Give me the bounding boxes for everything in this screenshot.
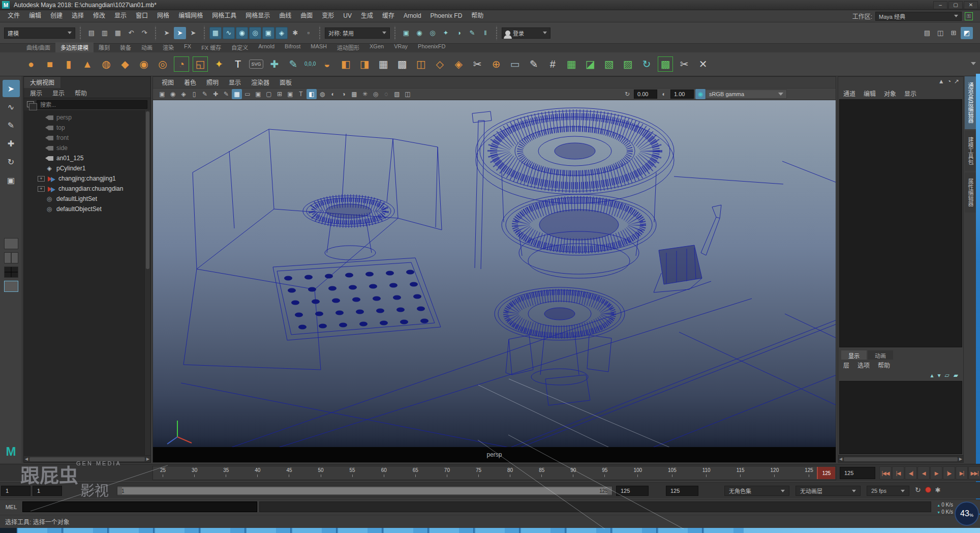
poly-plane-icon[interactable]: ◆: [117, 56, 133, 72]
make-live-icon[interactable]: ◈: [275, 27, 288, 39]
step-back-frame-button[interactable]: |◀: [892, 466, 904, 480]
layout-four-pane-button[interactable]: [4, 266, 18, 278]
2d-pan-zoom-icon[interactable]: ✚: [210, 89, 221, 99]
layer-editor-menu-item[interactable]: 层: [843, 361, 849, 369]
scrollbar-handle[interactable]: [29, 457, 145, 461]
poly-torus-icon[interactable]: ◍: [99, 56, 114, 72]
filter-icon[interactable]: [27, 101, 34, 107]
menu-item[interactable]: 变形: [317, 10, 339, 22]
move-tool-icon[interactable]: ✚: [3, 135, 20, 152]
select-tool-icon[interactable]: ➤: [3, 80, 20, 97]
play-forwards-button[interactable]: ▶: [930, 466, 942, 480]
shelf-tab[interactable]: 运动图形: [332, 42, 364, 52]
view-transform-dropdown[interactable]: sRGB gamma: [706, 90, 787, 99]
hypershade-icon[interactable]: ◑: [453, 27, 465, 39]
shelf-tab[interactable]: Bifrost: [280, 42, 305, 52]
maximize-button[interactable]: ▢: [948, 1, 963, 9]
timeline-tick[interactable]: 45: [286, 467, 292, 479]
outliner-search-input[interactable]: 搜索...: [37, 100, 147, 109]
viewport-menu-item[interactable]: 面板: [275, 78, 296, 86]
menu-item[interactable]: 显示: [110, 10, 131, 22]
remesh-icon[interactable]: ▨: [620, 56, 635, 72]
toolbar-separator[interactable]: [318, 26, 321, 40]
expand-icon[interactable]: +: [38, 176, 45, 182]
channel-box-menu-item[interactable]: 通道: [843, 89, 855, 98]
expand-icon[interactable]: [37, 165, 44, 172]
scale-tool-icon[interactable]: ▣: [3, 171, 20, 189]
move-layer-down-icon[interactable]: ▾: [938, 372, 941, 379]
bookmark-icon[interactable]: ▯: [189, 89, 199, 99]
paint-effects-icon[interactable]: ✎: [466, 27, 478, 39]
extrude-icon[interactable]: ◫: [413, 56, 428, 72]
go-to-end-button[interactable]: ▶▶|: [968, 466, 980, 480]
outliner-item[interactable]: top: [24, 123, 150, 133]
rotate-tool-icon[interactable]: ↻: [3, 153, 20, 170]
range-slider-handle[interactable]: 1 125: [118, 487, 611, 494]
outliner-item[interactable]: pCylinder1: [24, 163, 150, 173]
timeline-tick[interactable]: 125: [805, 467, 813, 479]
timeline-tick[interactable]: 40: [255, 467, 260, 479]
outliner-menu-item[interactable]: 帮助: [75, 88, 87, 97]
menu-item[interactable]: 编辑: [24, 10, 46, 22]
viewport-menu-item[interactable]: 着色: [179, 78, 201, 86]
playback-end-field[interactable]: 125: [616, 486, 649, 496]
viewport-menu-item[interactable]: 视图: [157, 78, 178, 86]
outliner-horizontal-scrollbar[interactable]: ◀ ▶: [24, 455, 150, 462]
sidebar-tab[interactable]: 通道盒/层编辑器: [965, 76, 976, 129]
safe-title-icon[interactable]: T: [296, 89, 306, 99]
retopo-icon[interactable]: ▧: [601, 56, 617, 72]
outliner-item[interactable]: defaultLightSet: [24, 194, 150, 204]
outliner-menu-item[interactable]: 展示: [30, 88, 42, 97]
undo-icon[interactable]: ↶: [125, 27, 137, 39]
image-plane-icon[interactable]: ✎: [200, 89, 210, 99]
outliner-menu-item[interactable]: 显示: [52, 88, 65, 97]
step-forward-frame-button[interactable]: ▶|: [956, 466, 968, 480]
workspace-dropdown[interactable]: Maya 经典: [875, 12, 962, 21]
toolbar-separator[interactable]: [79, 26, 82, 40]
menu-item[interactable]: 网格工具: [207, 10, 241, 22]
gamma-icon[interactable]: ◐: [659, 89, 669, 99]
graph-editor-icon[interactable]: ↗: [954, 78, 959, 88]
highlight-selection-icon[interactable]: ▫: [302, 27, 315, 39]
shelf-tab[interactable]: 装备: [115, 42, 136, 52]
poly-cylinder-icon[interactable]: ▮: [61, 56, 76, 72]
timeline-tick[interactable]: 35: [223, 467, 229, 479]
menu-item[interactable]: 缓存: [378, 10, 399, 22]
sphere-projection-icon[interactable]: ◒: [319, 56, 334, 72]
isolate-select-icon[interactable]: ▧: [392, 89, 402, 99]
expand-icon[interactable]: [37, 124, 44, 131]
animation-start-field[interactable]: 1: [1, 486, 30, 496]
bevel-icon[interactable]: ◇: [432, 56, 447, 72]
combine-icon[interactable]: ▦: [376, 56, 391, 72]
boolean-difference-icon[interactable]: ◨: [357, 56, 372, 72]
grid-toggle-icon[interactable]: ▦: [232, 89, 242, 99]
layout-single-pane-button[interactable]: [4, 238, 18, 249]
svg-tool-icon[interactable]: SVG: [249, 60, 263, 69]
timeline-tick[interactable]: 100: [633, 467, 642, 479]
use-all-lights-icon[interactable]: ◐: [328, 89, 338, 99]
open-scene-icon[interactable]: ▥: [99, 27, 111, 39]
minimize-button[interactable]: –: [933, 1, 947, 9]
smooth-cube-bracket-icon[interactable]: ◱: [193, 56, 208, 72]
step-back-key-button[interactable]: ◀|: [905, 466, 917, 480]
menu-item[interactable]: 网格显示: [241, 10, 274, 22]
exposure-field[interactable]: 0.00: [634, 90, 657, 99]
quick-draw-icon[interactable]: ✎: [286, 56, 301, 72]
timeline-tick[interactable]: 110: [702, 467, 711, 479]
timeline-tick[interactable]: 80: [507, 467, 513, 479]
step-forward-key-button[interactable]: |▶: [943, 466, 955, 480]
timeline-tick[interactable]: 70: [444, 467, 450, 479]
select-camera-icon[interactable]: ▣: [157, 89, 167, 99]
outliner-item[interactable]: + chuangdian:chuangdian: [24, 184, 150, 194]
timeline-tick[interactable]: 75: [476, 467, 481, 479]
panel-toggle-icon[interactable]: ◫: [934, 27, 946, 39]
relax-loop-icon[interactable]: ↻: [639, 56, 654, 72]
menu-item[interactable]: Phoenix FD: [426, 10, 467, 22]
color-management-icon[interactable]: ◉: [695, 89, 706, 99]
viewcube-toggle-icon[interactable]: ◩: [961, 27, 973, 39]
timeline-tick[interactable]: 60: [381, 467, 387, 479]
layer-editor-menu-item[interactable]: 选项: [858, 361, 870, 369]
shelf-tab[interactable]: FX: [179, 42, 196, 52]
snap-to-point-icon[interactable]: ◉: [236, 27, 248, 39]
channel-box-menu-item[interactable]: 对象: [884, 89, 896, 98]
